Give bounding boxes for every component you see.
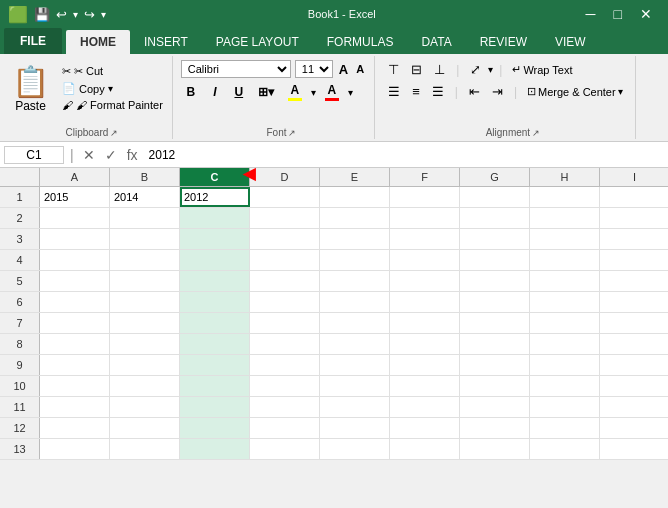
cell-b11[interactable] xyxy=(110,397,180,417)
fill-color-dropdown[interactable]: ▾ xyxy=(311,87,316,98)
cell-b10[interactable] xyxy=(110,376,180,396)
cell-d7[interactable] xyxy=(250,313,320,333)
cell-a1[interactable]: 2015 xyxy=(40,187,110,207)
row-header-8[interactable]: 8 xyxy=(0,334,40,354)
cell-i8[interactable] xyxy=(600,334,668,354)
cell-e6[interactable] xyxy=(320,292,390,312)
cell-c10[interactable] xyxy=(180,376,250,396)
cell-d6[interactable] xyxy=(250,292,320,312)
cell-b6[interactable] xyxy=(110,292,180,312)
cell-d12[interactable] xyxy=(250,418,320,438)
tab-data[interactable]: DATA xyxy=(407,30,465,54)
copy-button[interactable]: 📄 Copy ▾ xyxy=(59,81,166,96)
cell-c8[interactable] xyxy=(180,334,250,354)
cancel-formula-button[interactable]: ✕ xyxy=(80,147,98,163)
cell-h11[interactable] xyxy=(530,397,600,417)
wrap-text-button[interactable]: ↵ Wrap Text xyxy=(508,62,576,77)
col-header-g[interactable]: G xyxy=(460,168,530,186)
col-header-d[interactable]: D xyxy=(250,168,320,186)
col-header-c[interactable]: C ◀ xyxy=(180,168,250,186)
align-left-button[interactable]: ☰ xyxy=(383,82,405,101)
tab-file[interactable]: FILE xyxy=(4,28,62,54)
cut-button[interactable]: ✂ ✂ Cut xyxy=(59,64,166,79)
cell-e2[interactable] xyxy=(320,208,390,228)
cell-e7[interactable] xyxy=(320,313,390,333)
cell-a9[interactable] xyxy=(40,355,110,375)
font-name-select[interactable]: Calibri xyxy=(181,60,291,78)
row-header-4[interactable]: 4 xyxy=(0,250,40,270)
redo-icon[interactable]: ↪ xyxy=(84,7,95,22)
align-right-button[interactable]: ☰ xyxy=(427,82,449,101)
copy-dropdown-icon[interactable]: ▾ xyxy=(108,83,113,94)
tab-review[interactable]: REVIEW xyxy=(466,30,541,54)
orientation-button[interactable]: ⤢ xyxy=(465,60,486,79)
row-header-5[interactable]: 5 xyxy=(0,271,40,291)
col-header-a[interactable]: A xyxy=(40,168,110,186)
col-header-e[interactable]: E xyxy=(320,168,390,186)
font-size-select[interactable]: 11 xyxy=(295,60,333,78)
undo-dropdown[interactable]: ▾ xyxy=(73,9,78,20)
cell-a10[interactable] xyxy=(40,376,110,396)
cell-d4[interactable] xyxy=(250,250,320,270)
merge-center-button[interactable]: ⊡ Merge & Center ▾ xyxy=(523,84,627,99)
insert-function-button[interactable]: fx xyxy=(124,147,141,163)
underline-button[interactable]: U xyxy=(229,83,249,101)
cell-d5[interactable] xyxy=(250,271,320,291)
row-header-13[interactable]: 13 xyxy=(0,439,40,459)
cell-c1[interactable]: 2012 xyxy=(180,187,250,207)
cell-i4[interactable] xyxy=(600,250,668,270)
cell-b9[interactable] xyxy=(110,355,180,375)
cell-a4[interactable] xyxy=(40,250,110,270)
merge-dropdown[interactable]: ▾ xyxy=(618,86,623,97)
cell-b1[interactable]: 2014 xyxy=(110,187,180,207)
tab-formulas[interactable]: FORMULAS xyxy=(313,30,408,54)
cell-h9[interactable] xyxy=(530,355,600,375)
cell-f9[interactable] xyxy=(390,355,460,375)
cell-h10[interactable] xyxy=(530,376,600,396)
italic-button[interactable]: I xyxy=(205,83,225,101)
cell-i11[interactable] xyxy=(600,397,668,417)
cell-a5[interactable] xyxy=(40,271,110,291)
cell-e5[interactable] xyxy=(320,271,390,291)
row-header-6[interactable]: 6 xyxy=(0,292,40,312)
cell-e10[interactable] xyxy=(320,376,390,396)
cell-c2[interactable] xyxy=(180,208,250,228)
cell-d9[interactable] xyxy=(250,355,320,375)
cell-a6[interactable] xyxy=(40,292,110,312)
cell-i12[interactable] xyxy=(600,418,668,438)
col-header-b[interactable]: B xyxy=(110,168,180,186)
customize-icon[interactable]: ▾ xyxy=(101,9,106,20)
cell-a2[interactable] xyxy=(40,208,110,228)
cell-g2[interactable] xyxy=(460,208,530,228)
cell-c7[interactable] xyxy=(180,313,250,333)
cell-g11[interactable] xyxy=(460,397,530,417)
cell-f12[interactable] xyxy=(390,418,460,438)
row-header-12[interactable]: 12 xyxy=(0,418,40,438)
minimize-btn[interactable]: ─ xyxy=(578,6,604,22)
cell-i13[interactable] xyxy=(600,439,668,459)
cell-g5[interactable] xyxy=(460,271,530,291)
cell-a12[interactable] xyxy=(40,418,110,438)
cell-i1[interactable] xyxy=(600,187,668,207)
cell-f6[interactable] xyxy=(390,292,460,312)
formula-input[interactable] xyxy=(145,147,664,163)
cell-b13[interactable] xyxy=(110,439,180,459)
close-btn[interactable]: ✕ xyxy=(632,6,660,22)
decrease-font-size-button[interactable]: A xyxy=(354,63,366,75)
row-header-1[interactable]: 1 xyxy=(0,187,40,207)
cell-i3[interactable] xyxy=(600,229,668,249)
cell-f10[interactable] xyxy=(390,376,460,396)
align-top-button[interactable]: ⊤ xyxy=(383,60,404,79)
cell-h8[interactable] xyxy=(530,334,600,354)
cell-g9[interactable] xyxy=(460,355,530,375)
cell-g1[interactable] xyxy=(460,187,530,207)
cell-f8[interactable] xyxy=(390,334,460,354)
cell-h13[interactable] xyxy=(530,439,600,459)
cell-a8[interactable] xyxy=(40,334,110,354)
cell-b12[interactable] xyxy=(110,418,180,438)
cell-h3[interactable] xyxy=(530,229,600,249)
cell-g8[interactable] xyxy=(460,334,530,354)
cell-c11[interactable] xyxy=(180,397,250,417)
row-header-10[interactable]: 10 xyxy=(0,376,40,396)
cell-reference-box[interactable] xyxy=(4,146,64,164)
